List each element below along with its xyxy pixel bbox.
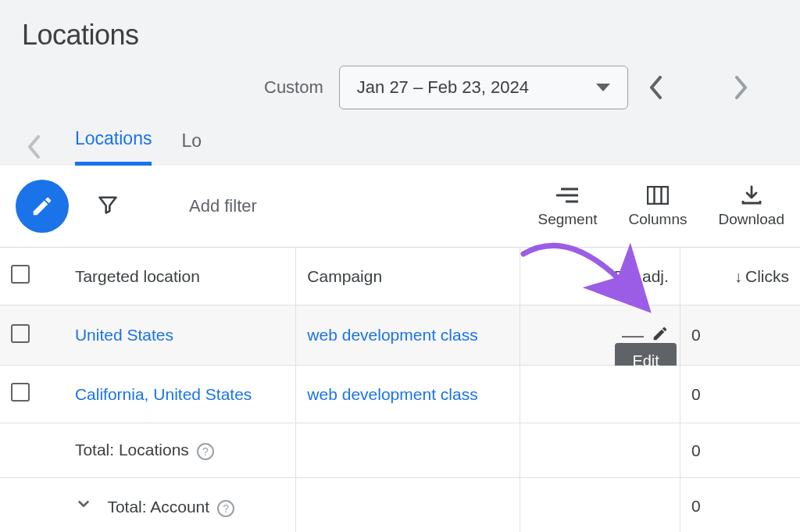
- segment-button[interactable]: Segment: [538, 184, 597, 228]
- tab-next-partial[interactable]: Lo: [181, 130, 202, 164]
- location-link[interactable]: United States: [75, 326, 173, 344]
- tab-locations[interactable]: Locations: [75, 128, 152, 166]
- filter-icon: [97, 194, 119, 216]
- table-row: United States web development class — Ed…: [0, 305, 800, 366]
- columns-label: Columns: [629, 211, 688, 228]
- chevron-down-icon: [75, 495, 92, 512]
- col-header-location[interactable]: Targeted location: [64, 248, 296, 305]
- svg-rect-3: [648, 187, 668, 204]
- row-checkbox[interactable]: [11, 324, 30, 343]
- add-filter-button[interactable]: Add filter: [189, 196, 257, 216]
- segment-label: Segment: [538, 211, 597, 228]
- expand-button[interactable]: [75, 495, 92, 516]
- date-next-button[interactable]: [730, 76, 753, 99]
- sort-descending-icon: ↓: [734, 268, 742, 285]
- download-icon: [741, 184, 762, 206]
- tabs-back-button[interactable]: [22, 135, 45, 159]
- clicks-value: 0: [680, 366, 800, 423]
- total-account-clicks: 0: [680, 478, 800, 533]
- download-button[interactable]: Download: [719, 184, 785, 228]
- pencil-icon: [652, 325, 669, 342]
- select-all-checkbox[interactable]: [11, 265, 30, 284]
- edit-fab-button[interactable]: [16, 180, 69, 233]
- col-header-campaign[interactable]: Campaign: [296, 248, 520, 305]
- date-prev-button[interactable]: [644, 76, 667, 99]
- table-header-row: Targeted location Campaign Bid adj. ↓Cli…: [0, 248, 800, 305]
- columns-button[interactable]: Columns: [629, 184, 688, 228]
- segment-icon: [556, 184, 578, 206]
- total-locations-label: Total: Locations: [75, 441, 189, 459]
- row-checkbox[interactable]: [11, 383, 30, 402]
- col-header-bid-adj[interactable]: Bid adj.: [520, 248, 680, 305]
- help-icon[interactable]: ?: [217, 500, 234, 517]
- date-range-text: Jan 27 – Feb 23, 2024: [357, 77, 529, 98]
- clicks-value: 0: [680, 305, 800, 366]
- location-link[interactable]: California, United States: [75, 385, 252, 403]
- help-icon[interactable]: ?: [197, 443, 214, 460]
- total-locations-row: Total: Locations? 0: [0, 423, 800, 478]
- page-title: Locations: [22, 19, 778, 52]
- date-range-label: Custom: [264, 77, 323, 98]
- download-label: Download: [719, 211, 785, 228]
- columns-icon: [647, 184, 669, 206]
- date-range-picker[interactable]: Jan 27 – Feb 23, 2024: [339, 66, 628, 109]
- total-account-label: Total: Account: [107, 498, 209, 516]
- total-account-row: Total: Account? 0: [0, 478, 800, 533]
- filter-button[interactable]: [97, 194, 119, 219]
- chevron-down-icon: [596, 84, 610, 91]
- campaign-link[interactable]: web development class: [307, 385, 477, 403]
- col-header-clicks[interactable]: ↓Clicks: [680, 248, 800, 305]
- total-locations-clicks: 0: [680, 423, 800, 478]
- pencil-icon: [30, 195, 54, 218]
- campaign-link[interactable]: web development class: [307, 326, 477, 344]
- table-row: California, United States web developmen…: [0, 366, 800, 423]
